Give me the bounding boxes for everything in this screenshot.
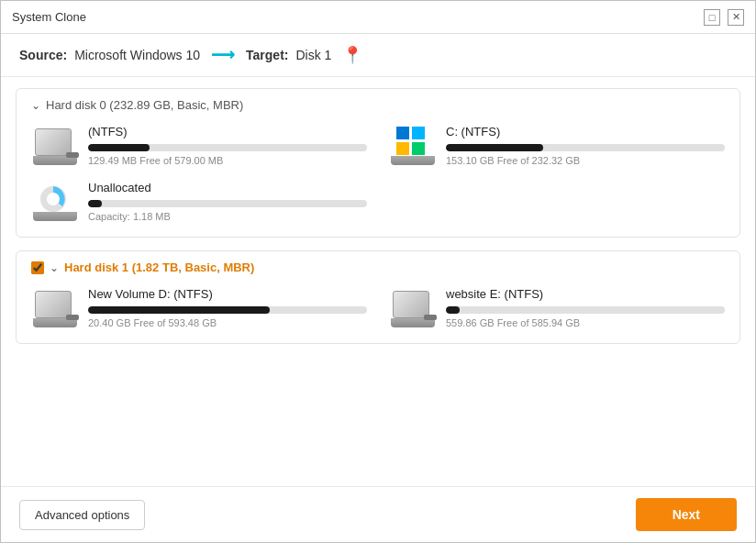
partition-ntfs-system-name: (NTFS)	[88, 125, 367, 139]
target-value: Disk 1	[295, 48, 331, 62]
disk-0-section: ⌄ Hard disk 0 (232.89 GB, Basic, MBR) (N…	[16, 88, 740, 238]
partition-c-ntfs-name: C: (NTFS)	[446, 125, 725, 139]
source-value: Microsoft Windows 10	[74, 48, 200, 62]
partition-e-ntfs-bar-bg	[446, 306, 725, 314]
partition-e-ntfs-bar-fill	[446, 306, 460, 314]
disk-icon-c	[389, 125, 437, 165]
partition-c-ntfs-bar-fill	[446, 144, 543, 151]
close-button[interactable]: ✕	[728, 9, 744, 26]
footer: Advanced options Next	[1, 486, 755, 542]
disk-0-title: Hard disk 0 (232.89 GB, Basic, MBR)	[46, 98, 243, 112]
disk-icon-d	[31, 287, 79, 327]
pie-chart-icon	[37, 183, 70, 216]
title-bar-left: System Clone	[12, 10, 86, 24]
partition-e-ntfs-info: website E: (NTFS) 559.86 GB Free of 585.…	[446, 287, 725, 328]
disk-icon-unallocated	[31, 181, 79, 221]
title-bar: System Clone □ ✕	[1, 1, 755, 34]
partition-ntfs-system-bar-fill	[88, 144, 150, 151]
partition-d-ntfs-name: New Volume D: (NTFS)	[88, 287, 367, 301]
partition-unallocated-bar-bg	[88, 200, 367, 207]
next-button[interactable]: Next	[636, 498, 737, 531]
partition-e-ntfs-free: 559.86 GB Free of 585.94 GB	[446, 317, 725, 328]
partition-c-ntfs-free: 153.10 GB Free of 232.32 GB	[446, 155, 725, 166]
partition-d-ntfs: New Volume D: (NTFS) 20.40 GB Free of 59…	[31, 287, 367, 328]
disk-icon-e	[389, 287, 437, 327]
title-bar-controls: □ ✕	[704, 9, 744, 26]
disk-0-chevron[interactable]: ⌄	[31, 99, 40, 112]
disk-1-chevron[interactable]: ⌄	[50, 261, 59, 274]
partition-unallocated-bar-fill	[88, 200, 102, 207]
partition-e-ntfs: website E: (NTFS) 559.86 GB Free of 585.…	[389, 287, 725, 328]
location-pin-icon: 📍	[342, 45, 362, 65]
disk-1-header: ⌄ Hard disk 1 (1.82 TB, Basic, MBR)	[31, 260, 725, 274]
partition-ntfs-system-info: (NTFS) 129.49 MB Free of 579.00 MB	[88, 125, 367, 166]
header-bar: Source: Microsoft Windows 10 ⟶ Target: D…	[1, 34, 755, 77]
partition-d-ntfs-bar-fill	[88, 306, 270, 314]
disk-0-partitions: (NTFS) 129.49 MB Free of 579.00 MB	[31, 125, 725, 222]
minimize-button[interactable]: □	[704, 9, 720, 26]
disk-1-partitions: New Volume D: (NTFS) 20.40 GB Free of 59…	[31, 287, 725, 328]
arrow-icon: ⟶	[211, 45, 235, 65]
disk-1-section: ⌄ Hard disk 1 (1.82 TB, Basic, MBR) New …	[16, 250, 740, 344]
advanced-options-button[interactable]: Advanced options	[19, 500, 145, 530]
main-content: ⌄ Hard disk 0 (232.89 GB, Basic, MBR) (N…	[1, 77, 755, 486]
partition-d-ntfs-info: New Volume D: (NTFS) 20.40 GB Free of 59…	[88, 287, 367, 328]
partition-unallocated-free: Capacity: 1.18 MB	[88, 211, 367, 222]
svg-point-1	[47, 193, 60, 205]
target-label: Target:	[246, 48, 288, 62]
windows-icon	[396, 127, 426, 156]
main-window: System Clone □ ✕ Source: Microsoft Windo…	[0, 0, 756, 543]
partition-unallocated: Unallocated Capacity: 1.18 MB	[31, 181, 367, 222]
partition-c-ntfs-info: C: (NTFS) 153.10 GB Free of 232.32 GB	[446, 125, 725, 166]
disk-icon-0	[31, 125, 79, 165]
source-label: Source:	[19, 48, 67, 62]
partition-d-ntfs-bar-bg	[88, 306, 367, 314]
partition-c-ntfs-bar-bg	[446, 144, 725, 151]
partition-d-ntfs-free: 20.40 GB Free of 593.48 GB	[88, 317, 367, 328]
window-title: System Clone	[12, 10, 86, 24]
disk-1-checkbox[interactable]	[31, 261, 44, 274]
partition-ntfs-system-bar-bg	[88, 144, 367, 151]
partition-e-ntfs-name: website E: (NTFS)	[446, 287, 725, 301]
partition-unallocated-name: Unallocated	[88, 181, 367, 194]
partition-c-ntfs: C: (NTFS) 153.10 GB Free of 232.32 GB	[389, 125, 725, 166]
partition-ntfs-system-free: 129.49 MB Free of 579.00 MB	[88, 155, 367, 166]
disk-0-header: ⌄ Hard disk 0 (232.89 GB, Basic, MBR)	[31, 98, 725, 112]
disk-1-title: Hard disk 1 (1.82 TB, Basic, MBR)	[64, 260, 254, 274]
partition-ntfs-system: (NTFS) 129.49 MB Free of 579.00 MB	[31, 125, 367, 166]
partition-unallocated-info: Unallocated Capacity: 1.18 MB	[88, 181, 367, 222]
